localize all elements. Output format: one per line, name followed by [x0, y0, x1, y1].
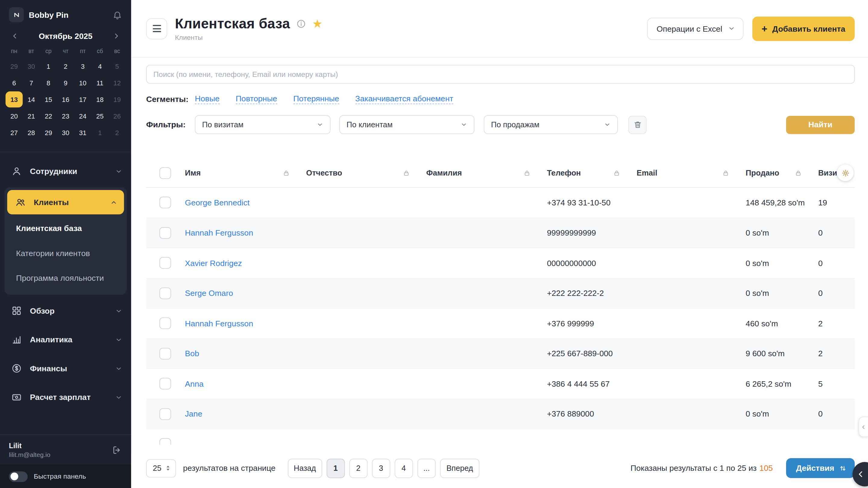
calendar-day[interactable]: 28 [23, 124, 40, 141]
calendar-day[interactable]: 13 [5, 91, 23, 107]
calendar-day[interactable]: 7 [23, 75, 40, 91]
calendar-day[interactable]: 27 [5, 124, 23, 141]
sidebar-item-analytics[interactable]: Аналитика [0, 325, 131, 354]
filter-sales-select[interactable]: По продажам [484, 115, 618, 134]
client-name-link[interactable]: Xavier Rodrigez [185, 258, 242, 267]
calendar-day[interactable]: 6 [5, 75, 23, 91]
client-name-link[interactable]: Jane [185, 409, 202, 418]
calendar-day[interactable]: 30 [23, 58, 40, 74]
client-name-link[interactable]: George Bennedict [185, 198, 250, 207]
calendar-day[interactable]: 3 [74, 58, 91, 74]
column-header-surname[interactable]: Фамилия [426, 168, 547, 177]
filter-visits-select[interactable]: По визитам [195, 115, 331, 134]
calendar-day[interactable]: 2 [108, 124, 126, 141]
logout-icon[interactable] [112, 444, 122, 455]
calendar-day[interactable]: 31 [74, 124, 91, 141]
calendar-day[interactable]: 19 [108, 91, 126, 107]
calendar-day[interactable]: 25 [91, 108, 108, 124]
calendar-day[interactable]: 26 [108, 108, 126, 124]
sidebar-item-finance[interactable]: Финансы [0, 354, 131, 383]
column-header-phone[interactable]: Телефон [547, 168, 637, 177]
calendar-day[interactable]: 4 [91, 58, 108, 74]
segment-link[interactable]: Повторные [236, 94, 277, 104]
calendar-day[interactable]: 8 [40, 75, 57, 91]
column-header-sold[interactable]: Продано [746, 168, 818, 177]
add-client-button[interactable]: + Добавить клиента [752, 16, 855, 41]
calendar-day[interactable]: 29 [40, 124, 57, 141]
table-settings-gear-icon[interactable] [837, 165, 854, 181]
row-checkbox[interactable] [159, 408, 171, 420]
calendar-day[interactable]: 11 [91, 75, 108, 91]
calendar-day[interactable]: 12 [108, 75, 126, 91]
calendar-day[interactable]: 10 [74, 75, 91, 91]
row-checkbox[interactable] [159, 348, 171, 360]
sidebar-item-client-base[interactable]: Клиентская база [7, 216, 124, 240]
calendar-day[interactable]: 1 [91, 124, 108, 141]
excel-operations-button[interactable]: Операции с Excel [647, 18, 743, 39]
calendar-day[interactable]: 16 [57, 91, 74, 107]
select-all-checkbox[interactable] [159, 167, 171, 179]
notifications-bell-icon[interactable] [113, 10, 122, 20]
sidebar-item-loyalty-program[interactable]: Программа лояльности [7, 265, 124, 290]
find-button[interactable]: Найти [786, 116, 855, 134]
collapse-panel-handle[interactable] [859, 417, 868, 437]
calendar-day[interactable]: 22 [40, 108, 57, 124]
client-name-link[interactable]: Serge Omaro [185, 289, 233, 297]
calendar-day[interactable]: 20 [5, 108, 23, 124]
row-checkbox[interactable] [159, 438, 171, 445]
segment-link[interactable]: Новые [195, 94, 220, 104]
client-name-link[interactable]: Bob [185, 349, 199, 358]
client-name-link[interactable]: Hannah Fergusson [185, 228, 253, 237]
client-name-link[interactable]: Anna [185, 379, 204, 388]
calendar-day[interactable]: 14 [23, 91, 40, 107]
calendar-day[interactable]: 24 [74, 108, 91, 124]
calendar-prev-button[interactable] [10, 31, 20, 41]
row-checkbox[interactable] [159, 378, 171, 390]
calendar-day[interactable]: 29 [5, 58, 23, 74]
pagination-button[interactable]: ... [417, 458, 436, 478]
filter-clients-select[interactable]: По клиентам [339, 115, 474, 134]
column-header-email[interactable]: Email [637, 168, 746, 177]
sidebar-item-employees[interactable]: Сотрудники [0, 157, 131, 186]
calendar-day[interactable]: 23 [57, 108, 74, 124]
row-checkbox[interactable] [159, 287, 171, 299]
calendar-day[interactable]: 30 [57, 124, 74, 141]
calendar-day[interactable]: 15 [40, 91, 57, 107]
row-checkbox[interactable] [159, 257, 171, 269]
favorite-star-icon[interactable]: ★ [312, 18, 323, 30]
calendar-day[interactable]: 21 [23, 108, 40, 124]
segment-link[interactable]: Потерянные [293, 94, 339, 104]
calendar-day[interactable]: 18 [91, 91, 108, 107]
actions-button[interactable]: Действия [786, 458, 855, 478]
pagination-button[interactable]: 4 [395, 458, 413, 478]
pagination-button[interactable]: 3 [372, 458, 390, 478]
pagination-button[interactable]: 1 [327, 458, 345, 478]
calendar-next-button[interactable] [111, 31, 121, 41]
filter-clients-value: По клиентам [347, 120, 393, 129]
column-header-patronymic[interactable]: Отчество [306, 168, 427, 177]
quick-panel-toggle[interactable] [9, 471, 27, 482]
sidebar-item-payroll[interactable]: Расчет зарплат [0, 383, 131, 412]
calendar-day[interactable]: 17 [74, 91, 91, 107]
pagination-button[interactable]: Назад [287, 458, 322, 478]
calendar-day[interactable]: 5 [108, 58, 126, 74]
column-header-name[interactable]: Имя [185, 168, 306, 177]
calendar-day[interactable]: 1 [40, 58, 57, 74]
segment-link[interactable]: Заканчивается абонемент [355, 94, 453, 104]
menu-toggle-button[interactable] [146, 18, 167, 39]
info-icon[interactable] [296, 19, 306, 29]
row-checkbox[interactable] [159, 197, 171, 208]
clear-filters-button[interactable] [628, 116, 647, 134]
calendar-day[interactable]: 2 [57, 58, 74, 74]
calendar-day[interactable]: 9 [57, 75, 74, 91]
pagination-button[interactable]: 2 [349, 458, 368, 478]
page-size-select[interactable]: 25 [146, 459, 176, 478]
row-checkbox[interactable] [159, 227, 171, 239]
sidebar-item-client-categories[interactable]: Категории клиентов [7, 240, 124, 265]
sidebar-item-clients[interactable]: Клиенты [7, 190, 124, 214]
pagination-button[interactable]: Вперед [440, 458, 479, 478]
row-checkbox[interactable] [159, 318, 171, 329]
client-name-link[interactable]: Hannah Fergusson [185, 319, 253, 327]
search-input[interactable] [146, 65, 855, 84]
sidebar-item-overview[interactable]: Обзор [0, 296, 131, 325]
